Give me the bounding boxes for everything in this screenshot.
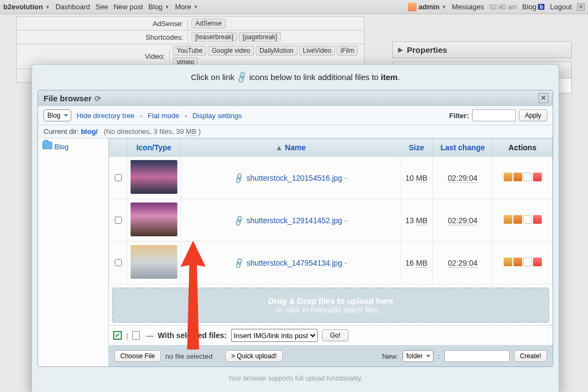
- dropzone-title: Drag & Drop files to upload here: [113, 296, 548, 305]
- apply-filter-button[interactable]: Apply: [519, 109, 547, 121]
- nav-logout[interactable]: Logout: [550, 3, 572, 11]
- move-icon[interactable]: [513, 173, 522, 181]
- delete-icon[interactable]: [533, 215, 542, 224]
- attach-icon[interactable]: 🔗: [232, 214, 245, 226]
- currentdir-label: Current dir:: [44, 127, 81, 136]
- user-menu[interactable]: admin ▼: [408, 3, 447, 11]
- choose-file-button[interactable]: Choose File: [114, 350, 161, 362]
- dropzone-sub: or click to manually select files...: [113, 305, 548, 314]
- row-checkbox[interactable]: [115, 217, 122, 224]
- edit-icon[interactable]: [504, 215, 512, 224]
- modal-intro: Click on link 🔗 icons below to link addi…: [32, 65, 559, 90]
- row-checkbox[interactable]: [115, 259, 122, 266]
- hide-tree-link[interactable]: Hide directory tree: [77, 112, 134, 120]
- nav-blog-link[interactable]: Blogb: [522, 3, 544, 11]
- file-row: 🔗shutterstock_129141452.jpg-13 MB02:29:0…: [109, 199, 553, 242]
- file-last-change: 02:29:04: [448, 216, 478, 225]
- brand-menu[interactable]: b2evolution ▼: [3, 3, 50, 11]
- tag-button[interactable]: LiveVideo: [299, 46, 336, 56]
- attach-icon[interactable]: 🔗: [232, 256, 245, 268]
- flat-mode-link[interactable]: Flat mode: [148, 112, 180, 120]
- tag-button[interactable]: YouTube: [173, 46, 206, 56]
- file-size: 10 MB: [400, 157, 433, 199]
- tag-button[interactable]: AdSense: [191, 19, 226, 28]
- refresh-icon[interactable]: ⟳: [95, 94, 101, 103]
- user-avatar-icon: [408, 3, 417, 11]
- file-name-link[interactable]: shutterstock_129141452.jpg: [246, 216, 342, 225]
- copy-icon[interactable]: [523, 215, 532, 224]
- tag-button[interactable]: Google video: [208, 46, 254, 56]
- sort-asc-icon: ▲: [275, 143, 283, 152]
- collapse-bar-button[interactable]: ✕: [577, 3, 585, 11]
- col-icon[interactable]: Icon/Type: [127, 139, 181, 157]
- tree-root-blog[interactable]: Blog: [42, 142, 104, 151]
- top-nav: b2evolution ▼ Dashboard See New post Blo…: [0, 0, 588, 14]
- file-browser-title: File browser ⟳ ✕: [38, 90, 553, 106]
- file-name-link[interactable]: shutterstock_120154516.jpg: [246, 174, 342, 182]
- no-file-label: no file selected: [165, 352, 213, 360]
- new-name-input[interactable]: [444, 350, 510, 362]
- thumbnail[interactable]: [131, 245, 177, 279]
- drop-zone[interactable]: Drag & Drop files to upload here or clic…: [112, 287, 549, 323]
- file-last-change: 02:29:04: [448, 259, 478, 268]
- tag-button[interactable]: DailyMotion: [256, 46, 298, 56]
- close-modal-button[interactable]: ✕: [539, 93, 548, 103]
- nav-more[interactable]: More ▼: [175, 3, 199, 11]
- thumbnail[interactable]: [131, 203, 177, 236]
- attach-icon[interactable]: 🔗: [232, 171, 245, 183]
- nav-see[interactable]: See: [95, 3, 108, 11]
- currentdir-link[interactable]: blog/: [81, 127, 98, 136]
- dir-stats: (No directories, 3 files, 39 MB ): [104, 127, 201, 136]
- go-button[interactable]: Go!: [322, 329, 349, 341]
- col-actions: Actions: [493, 139, 553, 157]
- folder-icon: [42, 142, 52, 149]
- new-type-select[interactable]: folder: [403, 350, 434, 362]
- b-badge-icon: b: [538, 4, 544, 10]
- caret-down-icon: ▼: [193, 4, 198, 10]
- copy-icon[interactable]: [523, 258, 532, 266]
- tag-button[interactable]: [teaserbreak]: [191, 32, 237, 42]
- move-icon[interactable]: [513, 258, 522, 266]
- caret-down-icon: ▼: [45, 4, 50, 10]
- triangle-right-icon: ▶: [398, 46, 403, 53]
- edit-icon[interactable]: [504, 173, 512, 181]
- col-name[interactable]: ▲Name: [181, 139, 400, 157]
- edit-icon[interactable]: [504, 258, 512, 266]
- file-browser-modal: Click on link 🔗 icons below to link addi…: [32, 64, 559, 392]
- tag-button[interactable]: [pagebreak]: [239, 32, 281, 42]
- caret-down-icon: ▼: [165, 4, 170, 10]
- move-icon[interactable]: [513, 215, 522, 224]
- tag-button[interactable]: iFilm: [337, 46, 358, 56]
- file-table: Icon/Type ▲Name Size Last change Actions…: [109, 138, 553, 284]
- select-all-button[interactable]: ✔: [113, 331, 122, 340]
- file-last-change: 02:29:04: [448, 174, 478, 183]
- create-button[interactable]: Create!: [514, 350, 547, 362]
- row-label: Video:: [17, 50, 170, 63]
- with-selected-action[interactable]: Insert IMG/link into post: [231, 329, 318, 342]
- panel-properties-toggle[interactable]: ▶Properties: [392, 41, 572, 58]
- thumbnail[interactable]: [131, 160, 177, 194]
- display-settings-link[interactable]: Display settings: [193, 112, 242, 120]
- row-checkbox[interactable]: [115, 174, 122, 181]
- root-select[interactable]: Blog: [44, 109, 71, 121]
- col-last-change[interactable]: Last change: [433, 139, 493, 157]
- col-size[interactable]: Size: [400, 139, 433, 157]
- nav-blog[interactable]: Blog ▼: [148, 3, 170, 11]
- nav-dashboard[interactable]: Dashboard: [55, 3, 90, 11]
- select-none-button[interactable]: [132, 331, 140, 340]
- file-row: 🔗shutterstock_147954134.jpg-16 MB02:29:0…: [109, 242, 553, 284]
- nav-messages[interactable]: Messages: [452, 3, 484, 11]
- delete-icon[interactable]: [533, 258, 542, 266]
- col-checkbox: [109, 139, 127, 157]
- filter-input[interactable]: [472, 109, 516, 121]
- copy-icon[interactable]: [523, 173, 532, 181]
- upload-support-note: Your browser supports full upload functi…: [32, 375, 559, 382]
- delete-icon[interactable]: [533, 173, 542, 181]
- file-size: 16 MB: [400, 242, 433, 284]
- quick-upload-button[interactable]: > Quick upload!: [225, 350, 283, 362]
- filter-label: Filter:: [449, 112, 469, 120]
- file-name-link[interactable]: shutterstock_147954134.jpg: [246, 259, 342, 267]
- file-size: 13 MB: [400, 199, 433, 242]
- nav-new-post[interactable]: New post: [114, 3, 143, 11]
- row-label: Shortcodes:: [17, 31, 188, 44]
